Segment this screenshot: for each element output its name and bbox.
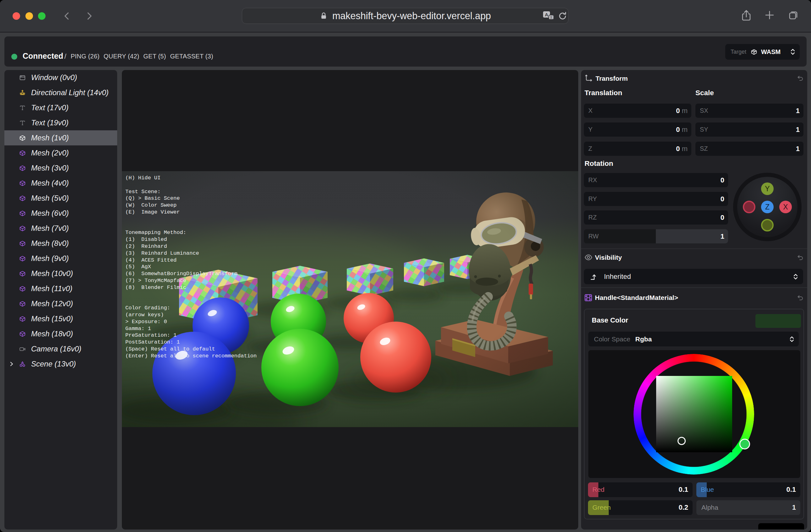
svg-text:文: 文 [550,16,553,19]
svg-text:A: A [545,12,548,17]
